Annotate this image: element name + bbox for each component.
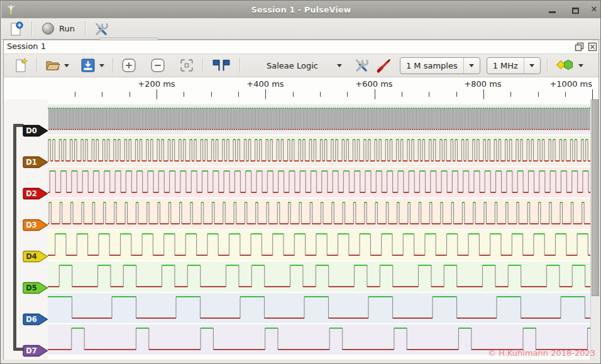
channel-tag-shape: D2 (22, 187, 48, 201)
ruler-tick (157, 89, 157, 99)
ruler-tick (265, 89, 266, 99)
vertical-scrollbar[interactable] (590, 99, 599, 360)
channel-tag-shape: D1 (22, 155, 48, 169)
float-icon (575, 42, 584, 52)
ruler-tick (130, 92, 130, 97)
title-bar[interactable]: Session 1 - PulseView ✕ (1, 1, 601, 18)
decoder-menu-dropdown[interactable] (576, 57, 585, 74)
float-panel-button[interactable] (575, 42, 584, 52)
open-options-dropdown[interactable] (62, 57, 71, 74)
new-session-button[interactable] (6, 19, 25, 38)
channel-label-D1[interactable]: D1 (22, 155, 48, 169)
device-select[interactable]: Saleae Logic (267, 61, 342, 70)
ruler-tick (429, 92, 429, 97)
sample-count-value: 1 M samples (406, 61, 458, 70)
close-panel-icon (588, 42, 597, 52)
svg-text:D1: D1 (26, 158, 37, 167)
probe-icon (376, 57, 392, 74)
minimize-button[interactable] (548, 5, 556, 14)
ruler-tick (456, 92, 457, 97)
ruler-tick (184, 92, 184, 97)
close-icon: ✕ (591, 5, 598, 14)
scrollbar-thumb[interactable] (592, 99, 599, 296)
svg-text:D4: D4 (26, 252, 37, 261)
run-state-icon (42, 23, 54, 35)
channel-label-D6[interactable]: D6 (22, 312, 48, 326)
new-session-icon (8, 21, 24, 37)
svg-text:D2: D2 (26, 189, 37, 198)
toolbar-separator (85, 21, 85, 36)
show-cursors-button[interactable] (209, 56, 233, 75)
channel-tag-shape: D7 (22, 344, 48, 358)
zoom-in-button[interactable] (119, 56, 138, 75)
time-ruler[interactable]: +200 ms+400 ms+600 ms+800 ms+1000 ms (4, 77, 598, 99)
zoom-fit-button[interactable] (177, 56, 196, 75)
sample-count-dropdown[interactable]: 1 M samples (400, 57, 480, 74)
ruler-tick (238, 92, 239, 97)
channel-label-D2[interactable]: D2 (22, 187, 48, 201)
ruler-tick (483, 89, 484, 99)
zoom-out-icon (150, 58, 165, 73)
ruler-tick (538, 92, 539, 97)
ruler-tick (293, 92, 294, 97)
toolbar-separator (31, 21, 32, 36)
configure-device-button[interactable] (352, 56, 371, 75)
svg-text:D3: D3 (26, 221, 37, 229)
settings-button[interactable] (92, 19, 111, 38)
chevron-down-icon (578, 64, 583, 67)
channel-tag-shape: D5 (22, 281, 48, 295)
ruler-tick (402, 92, 402, 97)
ruler-label: +600 ms (355, 79, 392, 89)
add-decoder-button[interactable] (554, 56, 576, 75)
channel-tag-shape: D3 (22, 218, 48, 232)
save-icon (80, 57, 96, 74)
panel-title: Session 1 (7, 41, 46, 51)
ruler-tick (347, 92, 348, 97)
session-toolbar: Saleae Logic 1 M samples 1 MHz (4, 53, 598, 77)
sample-count-caret (463, 58, 474, 74)
waveform-view[interactable] (48, 99, 590, 360)
waveform-canvas (48, 99, 590, 360)
wrench-screwdriver-icon (353, 57, 370, 74)
close-button[interactable]: ✕ (590, 5, 598, 14)
main-toolbar: Run Session 1 ✕ (1, 18, 601, 40)
channel-label-D5[interactable]: D5 (22, 281, 48, 295)
channel-label-D4[interactable]: D4 (22, 250, 48, 263)
channel-group-bracket[interactable] (13, 124, 16, 351)
svg-text:D7: D7 (26, 346, 37, 355)
zoom-in-icon (121, 58, 136, 73)
channel-band-D6 (48, 293, 590, 323)
channels-probe-button[interactable] (375, 56, 394, 75)
ruler-tick (211, 92, 212, 97)
ruler-tick (375, 89, 375, 99)
svg-text:D5: D5 (26, 284, 37, 292)
save-options-dropdown[interactable] (97, 57, 106, 74)
zoom-fit-icon (179, 58, 194, 73)
channel-band-D5 (48, 262, 590, 292)
decoder-icon (555, 58, 575, 73)
device-label: Saleae Logic (267, 61, 318, 70)
channel-tag-shape: D6 (22, 312, 48, 326)
toolbar-separator (113, 58, 113, 73)
save-button[interactable] (79, 56, 97, 75)
maximize-button[interactable] (571, 5, 580, 14)
channel-label-D7[interactable]: D7 (22, 344, 48, 358)
ruler-label: +1000 ms (549, 79, 592, 89)
close-panel-button[interactable] (588, 42, 597, 52)
channel-label-D3[interactable]: D3 (22, 218, 48, 232)
wrench-screwdriver-icon (93, 21, 109, 37)
sample-rate-dropdown[interactable]: 1 MHz (487, 57, 541, 74)
toolbar-separator (547, 58, 548, 73)
new-file-button[interactable] (11, 56, 30, 75)
sample-rate-caret (524, 58, 534, 74)
new-file-icon (13, 57, 29, 74)
ruler-label: +800 ms (464, 79, 501, 89)
channel-label-D0[interactable]: D0 (22, 124, 48, 138)
watermark-text: © H.Kuhlmann 2018-2023 (488, 348, 595, 358)
ruler-tick (510, 92, 511, 97)
minimize-icon (549, 11, 556, 13)
open-file-button[interactable] (43, 56, 62, 75)
zoom-out-button[interactable] (148, 56, 167, 75)
ruler-tick (592, 89, 593, 99)
run-button[interactable]: Run (38, 23, 79, 35)
